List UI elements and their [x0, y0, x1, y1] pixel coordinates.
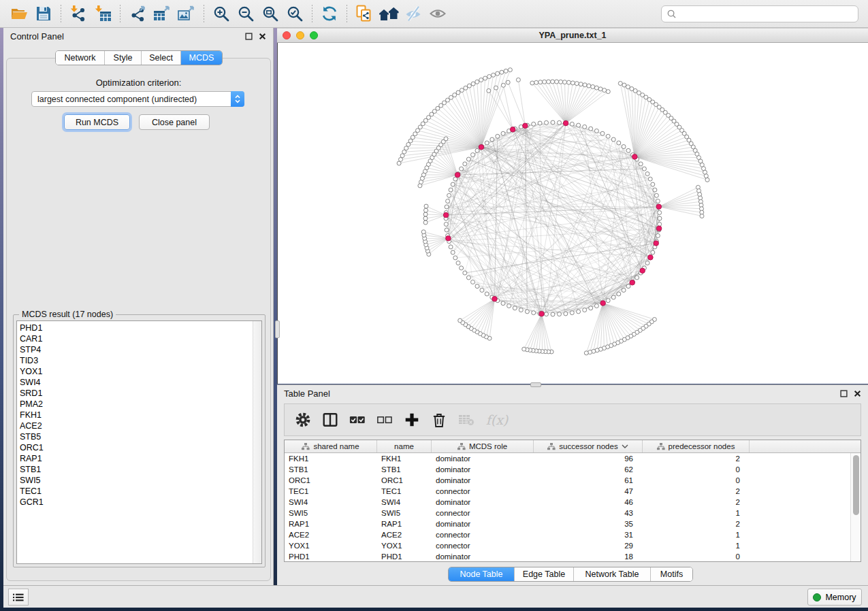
table-row[interactable]: FKH1FKH1dominator962 — [285, 453, 850, 464]
table-row[interactable]: PHD1PHD1dominator180 — [285, 551, 850, 561]
mcds-result-item[interactable]: YOX1 — [17, 366, 252, 377]
panel-splitter-handle[interactable] — [275, 320, 280, 338]
mcds-result-list[interactable]: PHD1CAR1STP4TID3YOX1SWI4SRD1PMA2FKH1ACE2… — [16, 320, 262, 564]
tab-network[interactable]: Network — [56, 51, 105, 65]
mcds-result-item[interactable]: SWI4 — [17, 377, 252, 388]
import-network-button[interactable] — [66, 2, 91, 25]
run-mcds-button[interactable]: Run MCDS — [64, 114, 130, 130]
cell: ORC1 — [377, 476, 432, 484]
table-scrollbar[interactable] — [850, 453, 861, 561]
select-all-button[interactable] — [346, 408, 369, 432]
cell: 2 — [643, 498, 750, 506]
refresh-view-button[interactable] — [317, 2, 342, 25]
hide-selected-button[interactable] — [401, 2, 425, 25]
mcds-result-title: MCDS result (17 nodes) — [19, 310, 116, 319]
import-table-button[interactable] — [91, 2, 115, 25]
delete-column-button[interactable] — [428, 408, 451, 432]
network-graph[interactable] — [278, 43, 867, 382]
mcds-result-item[interactable]: ORC1 — [17, 442, 252, 453]
mcds-result-item[interactable]: PHD1 — [17, 323, 252, 333]
mcds-result-item[interactable]: TID3 — [17, 355, 252, 366]
table-row[interactable]: SWI5SWI5connector431 — [285, 508, 850, 518]
network-canvas — [277, 43, 868, 384]
table-row[interactable]: TEC1TEC1connector472 — [285, 486, 850, 497]
tab-network-table[interactable]: Network Table — [574, 567, 651, 581]
cell: 0 — [643, 465, 750, 474]
window-zoom-icon[interactable] — [310, 31, 318, 39]
mcds-result-item[interactable]: CAR1 — [17, 333, 252, 344]
table-row[interactable]: YOX1YOX1connector291 — [285, 540, 850, 551]
table-settings-button[interactable] — [291, 408, 315, 432]
save-session-icon — [35, 5, 52, 22]
mcds-result-item[interactable]: STB1 — [17, 464, 252, 475]
column-header-MCDS-role[interactable]: MCDS role — [432, 440, 534, 452]
tab-select[interactable]: Select — [142, 51, 181, 65]
export-image-button[interactable] — [174, 2, 199, 25]
tab-motifs[interactable]: Motifs — [651, 567, 692, 581]
mcds-result-item[interactable]: PMA2 — [17, 399, 252, 410]
mcds-result-item[interactable]: SRD1 — [17, 388, 252, 399]
float-table-panel-icon[interactable] — [840, 390, 848, 397]
add-column-button[interactable] — [400, 408, 423, 432]
save-session-button[interactable] — [31, 2, 56, 25]
table-row[interactable]: ORC1ORC1dominator610 — [285, 475, 850, 486]
close-panel-button[interactable]: Close panel — [139, 114, 210, 130]
column-header-shared-name[interactable]: shared name — [285, 440, 377, 452]
open-file-button[interactable] — [7, 2, 31, 25]
mcds-list-scrollbar[interactable] — [253, 321, 261, 563]
tab-edge-table[interactable]: Edge Table — [515, 567, 574, 581]
delete-column-icon — [431, 412, 447, 428]
zoom-fit-button[interactable] — [258, 2, 283, 25]
cell: 0 — [643, 476, 750, 484]
table-scrollbar-thumb[interactable] — [853, 455, 859, 515]
mcds-result-item[interactable]: GCR1 — [17, 497, 252, 508]
show-all-button[interactable] — [425, 2, 450, 25]
mcds-result-item[interactable]: STB5 — [17, 431, 252, 442]
mcds-result-item[interactable]: STP4 — [17, 344, 252, 355]
table-panel-title: Table Panel — [284, 389, 330, 399]
mcds-result-item[interactable]: FKH1 — [17, 410, 252, 420]
tab-mcds[interactable]: MCDS — [181, 51, 222, 65]
export-table-button[interactable] — [150, 2, 174, 25]
cell: connector — [432, 531, 534, 539]
zoom-selected-button[interactable] — [283, 2, 307, 25]
close-table-panel-icon[interactable] — [854, 390, 861, 397]
zoom-out-icon — [237, 5, 255, 22]
table-row[interactable]: ACE2ACE2connector311 — [285, 529, 850, 540]
table-row[interactable]: STB1STB1dominator620 — [285, 464, 850, 475]
column-header-name[interactable]: name — [377, 440, 432, 452]
search-input[interactable] — [680, 9, 852, 18]
table-row[interactable]: RAP1RAP1dominator352 — [285, 518, 850, 529]
search-box[interactable] — [661, 5, 858, 22]
mcds-result-item[interactable]: TEC1 — [17, 486, 252, 497]
column-header-successor-nodes[interactable]: successor nodes — [534, 440, 643, 452]
delete-table-button — [455, 408, 478, 432]
first-neighbors-button[interactable] — [376, 2, 401, 25]
mcds-result-item[interactable]: RAP1 — [17, 453, 252, 464]
table-row[interactable]: SWI4SWI4dominator462 — [285, 497, 850, 508]
close-panel-icon[interactable] — [259, 33, 266, 40]
column-header-predecessor-nodes[interactable]: predecessor nodes — [643, 440, 750, 452]
cell: PHD1 — [377, 552, 432, 561]
export-network-button[interactable] — [125, 2, 150, 25]
window-close-icon[interactable] — [283, 31, 291, 39]
float-panel-icon[interactable] — [245, 33, 253, 40]
cell: 46 — [534, 498, 643, 506]
open-file-icon — [10, 5, 28, 22]
memory-button[interactable]: Memory — [807, 589, 862, 606]
toolbar-separator — [61, 5, 61, 22]
task-history-button[interactable] — [8, 589, 29, 606]
mcds-result-item[interactable]: ACE2 — [17, 420, 252, 431]
mcds-result-item[interactable]: SWI5 — [17, 475, 252, 486]
deselect-all-button[interactable] — [373, 408, 396, 432]
network-window-titlebar[interactable]: YPA_prune.txt_1 — [277, 28, 868, 43]
tab-style[interactable]: Style — [105, 51, 142, 65]
table-splitter-handle[interactable] — [530, 382, 541, 387]
criterion-select[interactable]: largest connected component (undirected) — [31, 91, 244, 107]
duplicate-network-button[interactable] — [352, 2, 376, 25]
column-visibility-button[interactable] — [319, 408, 342, 432]
window-minimize-icon[interactable] — [296, 31, 304, 39]
tab-node-table[interactable]: Node Table — [449, 567, 515, 581]
zoom-out-button[interactable] — [234, 2, 258, 25]
zoom-in-button[interactable] — [209, 2, 234, 25]
